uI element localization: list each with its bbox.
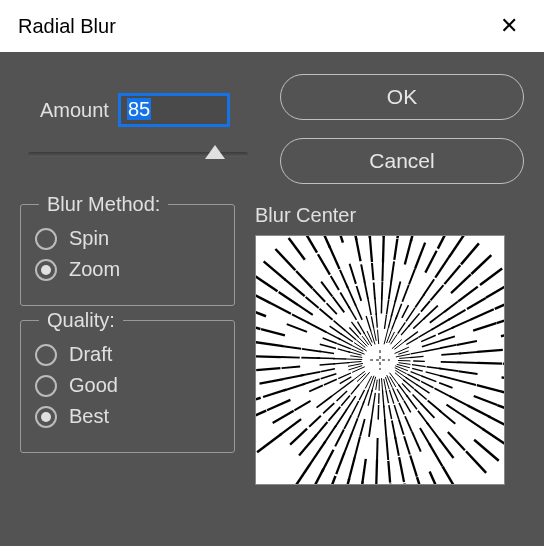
svg-line-140 — [279, 419, 301, 435]
close-icon[interactable]: ✕ — [492, 9, 526, 43]
svg-line-17 — [477, 385, 502, 391]
svg-line-163 — [334, 363, 350, 364]
svg-line-36 — [462, 415, 484, 430]
svg-line-99 — [358, 482, 362, 484]
svg-line-319 — [473, 323, 496, 330]
svg-line-75 — [386, 391, 388, 403]
svg-line-272 — [396, 304, 402, 319]
svg-line-280 — [391, 334, 398, 344]
svg-line-97 — [369, 420, 371, 437]
svg-line-178 — [256, 342, 283, 346]
svg-line-11 — [502, 377, 504, 382]
svg-line-9 — [439, 368, 458, 371]
ok-button[interactable]: OK — [280, 74, 524, 120]
svg-line-117 — [335, 430, 344, 447]
svg-line-128 — [328, 407, 340, 421]
svg-line-268 — [405, 239, 412, 264]
svg-line-176 — [302, 349, 321, 352]
svg-line-200 — [297, 304, 313, 315]
svg-line-252 — [367, 236, 370, 238]
blur-center-preview[interactable] — [255, 235, 505, 485]
svg-line-22 — [439, 383, 452, 388]
svg-line-132 — [337, 391, 348, 401]
svg-line-122 — [324, 425, 336, 443]
svg-line-160 — [283, 375, 304, 379]
svg-line-70 — [399, 420, 404, 435]
radio-icon — [35, 375, 57, 397]
radio-icon — [35, 259, 57, 281]
svg-line-158 — [320, 369, 335, 372]
svg-line-82 — [382, 390, 383, 407]
svg-line-4 — [478, 363, 503, 364]
svg-line-279 — [438, 236, 451, 249]
quality-good[interactable]: Good — [35, 374, 220, 397]
svg-line-126 — [351, 385, 359, 395]
slider-thumb[interactable] — [205, 145, 225, 159]
radio-label: Zoom — [69, 258, 120, 281]
blur-method-legend: Blur Method: — [39, 193, 168, 216]
svg-line-135 — [290, 429, 307, 445]
svg-line-145 — [352, 367, 365, 373]
svg-line-311 — [421, 335, 436, 341]
svg-line-91 — [377, 438, 378, 461]
quality-best[interactable]: Best — [35, 405, 220, 428]
svg-line-231 — [340, 270, 348, 288]
svg-line-208 — [285, 279, 305, 296]
svg-line-243 — [361, 264, 365, 282]
svg-line-239 — [374, 328, 377, 341]
svg-line-321 — [396, 354, 410, 357]
svg-line-147 — [324, 379, 337, 385]
radio-icon — [35, 344, 57, 366]
blur-method-spin[interactable]: Spin — [35, 227, 220, 250]
blur-center-label: Blur Center — [255, 204, 524, 227]
svg-line-72 — [410, 456, 417, 477]
svg-line-325 — [457, 341, 477, 345]
svg-line-182 — [320, 344, 336, 348]
amount-input[interactable]: 85 — [119, 94, 229, 126]
svg-line-229 — [355, 305, 362, 320]
svg-line-286 — [450, 236, 465, 256]
svg-line-95 — [374, 393, 376, 404]
svg-line-71 — [404, 436, 410, 454]
svg-line-130 — [299, 435, 316, 456]
blur-method-zoom[interactable]: Zoom — [35, 258, 220, 281]
svg-line-154 — [284, 384, 305, 391]
cancel-button[interactable]: Cancel — [280, 138, 524, 184]
svg-line-114 — [359, 390, 364, 400]
svg-line-181 — [338, 349, 351, 352]
svg-line-245 — [350, 236, 356, 240]
svg-line-28 — [434, 388, 451, 397]
svg-line-18 — [501, 392, 504, 399]
svg-line-248 — [375, 298, 376, 315]
svg-line-15 — [440, 376, 458, 381]
amount-slider[interactable] — [28, 146, 248, 164]
svg-line-27 — [421, 381, 433, 387]
svg-line-13 — [412, 368, 423, 371]
svg-line-317 — [422, 341, 440, 347]
svg-line-285 — [435, 255, 450, 277]
svg-line-309 — [486, 282, 504, 298]
svg-line-230 — [347, 286, 356, 306]
svg-line-79 — [399, 457, 404, 482]
svg-line-313 — [452, 319, 472, 328]
svg-line-235 — [366, 316, 371, 331]
svg-line-47 — [448, 432, 465, 450]
svg-line-209 — [264, 261, 286, 279]
svg-line-303 — [480, 268, 502, 285]
svg-line-94 — [376, 380, 377, 390]
svg-line-217 — [351, 322, 361, 335]
svg-line-299 — [405, 332, 418, 342]
svg-line-306 — [432, 319, 450, 330]
svg-line-318 — [440, 336, 455, 341]
svg-line-115 — [352, 401, 359, 415]
quality-draft[interactable]: Draft — [35, 343, 220, 366]
svg-line-274 — [409, 269, 415, 285]
svg-line-227 — [303, 236, 317, 253]
window-title: Radial Blur — [18, 15, 116, 38]
svg-line-331 — [477, 350, 503, 352]
svg-line-48 — [466, 451, 486, 473]
svg-line-291 — [444, 265, 460, 284]
svg-line-195 — [271, 303, 291, 313]
svg-line-156 — [256, 398, 261, 407]
svg-line-138 — [332, 388, 342, 396]
